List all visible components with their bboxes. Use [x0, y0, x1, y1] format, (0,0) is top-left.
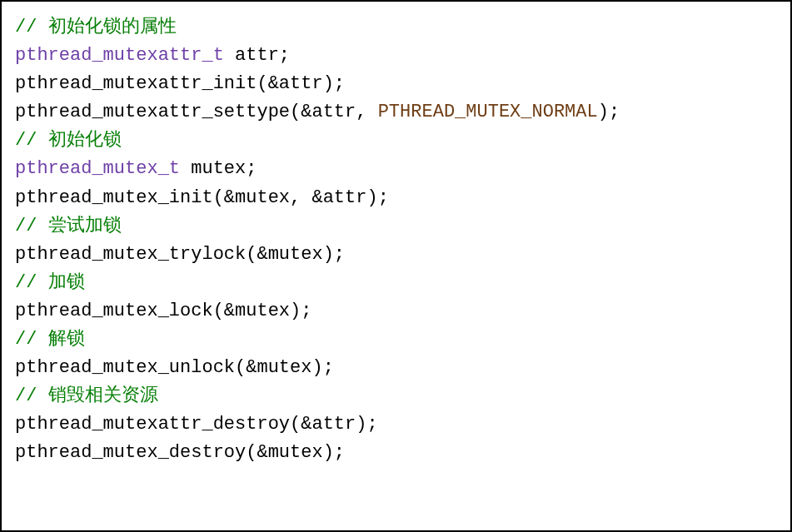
code-text: pthread_mutexattr_destroy(&attr); — [15, 414, 378, 435]
code-text: ); — [598, 102, 620, 122]
code-line: pthread_mutexattr_t attr; — [15, 42, 777, 70]
code-text: pthread_mutexattr_init(&attr); — [15, 73, 345, 94]
code-text: pthread_mutex_trylock(&mutex); — [15, 244, 345, 265]
comment-text: // 初始化锁 — [15, 130, 122, 151]
code-line: // 尝试加锁 — [15, 212, 777, 241]
code-line: // 初始化锁 — [15, 127, 777, 155]
code-line: pthread_mutex_unlock(&mutex); — [15, 354, 777, 382]
comment-text: // 解锁 — [15, 329, 85, 350]
code-text: pthread_mutex_unlock(&mutex); — [15, 357, 334, 378]
code-line: pthread_mutexattr_settype(&attr, PTHREAD… — [15, 98, 777, 127]
comment-text: // 加锁 — [15, 272, 85, 293]
type-keyword: pthread_mutex_t — [15, 158, 180, 179]
code-line: pthread_mutex_t mutex; — [15, 155, 777, 183]
code-line: pthread_mutex_destroy(&mutex); — [15, 439, 777, 467]
constant-text: PTHREAD_MUTEX_NORMAL — [378, 102, 598, 122]
comment-text: // 尝试加锁 — [15, 216, 122, 236]
type-keyword: pthread_mutexattr_t — [15, 45, 224, 66]
code-line: pthread_mutex_lock(&mutex); — [15, 297, 777, 326]
code-line: // 初始化锁的属性 — [15, 13, 777, 42]
comment-text: // 初始化锁的属性 — [15, 17, 177, 37]
code-line: // 加锁 — [15, 269, 777, 297]
code-text: attr; — [224, 45, 290, 66]
code-block: // 初始化锁的属性 pthread_mutexattr_t attr; pth… — [0, 0, 792, 532]
code-text: pthread_mutexattr_settype(&attr, — [15, 102, 378, 122]
code-line: // 销毁相关资源 — [15, 382, 777, 410]
code-line: pthread_mutexattr_init(&attr); — [15, 70, 777, 98]
code-line: pthread_mutexattr_destroy(&attr); — [15, 410, 777, 439]
code-text: pthread_mutex_destroy(&mutex); — [15, 442, 345, 463]
comment-text: // 销毁相关资源 — [15, 385, 158, 406]
code-line: // 解锁 — [15, 326, 777, 354]
code-line: pthread_mutex_trylock(&mutex); — [15, 241, 777, 269]
code-line: pthread_mutex_init(&mutex, &attr); — [15, 184, 777, 212]
code-text: mutex; — [180, 158, 257, 179]
code-text: pthread_mutex_init(&mutex, &attr); — [15, 187, 389, 208]
code-text: pthread_mutex_lock(&mutex); — [15, 301, 311, 321]
